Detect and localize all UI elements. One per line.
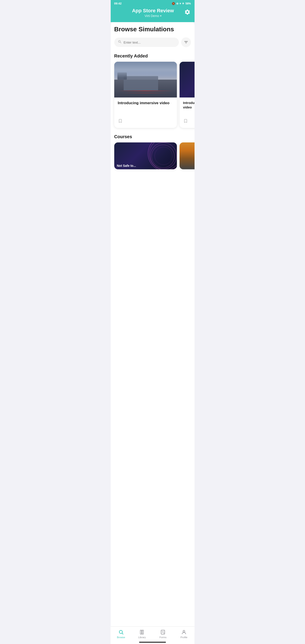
svg-rect-3 bbox=[142, 630, 143, 633]
card-image-dark bbox=[180, 62, 194, 98]
svg-point-0 bbox=[119, 630, 122, 633]
main-content: Browse Simulations Recently Added bbox=[111, 20, 194, 633]
nav-forms[interactable]: Forms bbox=[152, 628, 174, 633]
profile-icon bbox=[181, 629, 187, 633]
status-bar: 09:42 🔕 ⊖ ▾ ✈ 58% bbox=[111, 0, 194, 6]
nav-profile[interactable]: Profile bbox=[174, 628, 194, 633]
nav-library[interactable]: Library bbox=[132, 628, 152, 633]
recently-added-title: Recently Added bbox=[114, 54, 191, 58]
app-title: App Store Review bbox=[122, 8, 184, 14]
search-input[interactable] bbox=[124, 40, 175, 44]
card-title-1: Introducing immersive video bbox=[118, 100, 173, 114]
settings-button[interactable] bbox=[184, 9, 191, 16]
courses-section: Courses Not Safe to... bbox=[114, 134, 191, 174]
bottom-nav: Browse Library Forms Pr bbox=[111, 626, 194, 633]
browse-title: Browse Simulations bbox=[114, 26, 191, 33]
minus-circle-icon: ⊖ bbox=[176, 2, 178, 5]
header-center: App Store Review Virti Demo ▾ bbox=[122, 8, 184, 18]
bookmark-icon-2[interactable] bbox=[183, 118, 194, 124]
bookmark-icon-1[interactable] bbox=[118, 118, 173, 124]
search-icon bbox=[118, 40, 122, 45]
svg-point-7 bbox=[183, 630, 185, 632]
airplane-icon: ✈ bbox=[182, 2, 184, 5]
course-image-1: Not Safe to... bbox=[114, 142, 177, 169]
nav-browse[interactable]: Browse bbox=[111, 628, 132, 633]
forms-icon bbox=[160, 629, 166, 633]
courses-cards: Not Safe to... bbox=[113, 142, 192, 174]
simulation-card-1[interactable]: Introducing immersive video bbox=[114, 62, 177, 128]
card-body-1: Introducing immersive video bbox=[114, 98, 177, 128]
card-title-2: Introdu... video bbox=[183, 100, 194, 114]
battery-text: 58% bbox=[185, 2, 191, 5]
recently-added-cards: Introducing immersive video bbox=[113, 62, 192, 128]
card-body-2: Introdu... video bbox=[180, 98, 194, 128]
course-card-overlay-text: Not Safe to... bbox=[114, 164, 139, 168]
status-time: 09:42 bbox=[114, 2, 122, 5]
mute-icon: 🔕 bbox=[172, 2, 175, 5]
status-icons: 🔕 ⊖ ▾ ✈ 58% bbox=[172, 2, 191, 5]
card-image-airport bbox=[114, 62, 177, 98]
search-row bbox=[114, 37, 191, 47]
courses-title: Courses bbox=[114, 134, 191, 139]
course-image-2 bbox=[180, 142, 194, 169]
svg-rect-2 bbox=[140, 630, 142, 633]
recently-added-section: Recently Added I bbox=[114, 54, 191, 128]
filter-button[interactable] bbox=[181, 37, 191, 47]
course-card-1[interactable]: Not Safe to... bbox=[114, 142, 177, 169]
course-card-2[interactable] bbox=[180, 142, 194, 169]
user-selector[interactable]: Virti Demo ▾ bbox=[122, 14, 184, 18]
user-name: Virti Demo bbox=[144, 14, 159, 18]
browse-icon bbox=[118, 629, 124, 633]
app-header: App Store Review Virti Demo ▾ bbox=[111, 6, 194, 22]
search-box[interactable] bbox=[114, 38, 179, 47]
library-icon bbox=[139, 629, 145, 633]
chevron-down-icon: ▾ bbox=[160, 14, 162, 18]
wifi-icon: ▾ bbox=[180, 2, 181, 5]
simulation-card-2[interactable]: Introdu... video bbox=[180, 62, 194, 128]
